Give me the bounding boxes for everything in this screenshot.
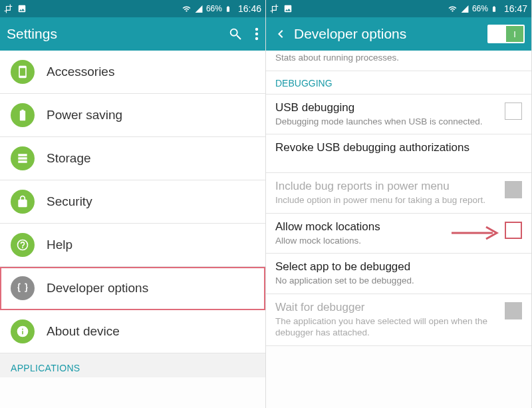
signal-icon: [194, 5, 203, 13]
dev-item-revoke-usb[interactable]: Revoke USB debugging authorizations: [266, 134, 531, 173]
settings-item-about-device[interactable]: About device: [0, 310, 265, 353]
settings-item-security[interactable]: Security: [0, 180, 265, 224]
settings-item-label: Security: [47, 194, 92, 209]
svg-point-0: [255, 28, 258, 31]
section-header-applications: APPLICATIONS: [0, 353, 265, 377]
image-icon: [283, 4, 293, 13]
settings-item-storage[interactable]: Storage: [0, 137, 265, 180]
section-header-debugging: DEBUGGING: [266, 71, 531, 95]
dev-item-title: Revoke USB debugging authorizations: [275, 141, 522, 154]
dev-item-title: Select app to be debugged: [275, 260, 522, 274]
search-icon[interactable]: [228, 27, 243, 41]
lock-icon: [11, 190, 35, 214]
settings-item-developer-options[interactable]: Developer options: [0, 267, 265, 310]
dev-item-process-stats[interactable]: Stats about running processes.: [266, 51, 531, 71]
crop-icon: [4, 4, 13, 13]
more-icon[interactable]: [255, 27, 259, 41]
settings-item-label: About device: [47, 324, 120, 339]
checkbox: [505, 181, 522, 198]
page-title: Settings: [7, 26, 223, 42]
status-bar-left: 66% 16:46: [0, 0, 265, 17]
status-time: 16:46: [238, 3, 261, 14]
developer-appbar: Developer options I: [266, 17, 531, 51]
dev-item-sub: The application you have selected will o…: [275, 315, 499, 339]
svg-point-1: [255, 33, 258, 35]
battery-icon: [225, 4, 231, 14]
settings-screen: 66% 16:46 Settings Accessories Power sav…: [0, 0, 266, 408]
back-button[interactable]: [273, 26, 289, 42]
wifi-icon: [182, 5, 192, 13]
storage-icon: [11, 146, 35, 170]
battery-icon: [491, 4, 497, 14]
chevron-left-icon: [273, 26, 289, 42]
image-icon: [17, 4, 27, 13]
dev-item-sub: Debugging mode launches when USB is conn…: [275, 116, 499, 128]
battery-pct: 66%: [206, 4, 222, 13]
checkbox[interactable]: [505, 102, 522, 120]
svg-point-2: [255, 37, 258, 40]
dev-item-sub: Stats about running processes.: [275, 52, 522, 64]
wifi-icon: [448, 5, 458, 13]
help-icon: [11, 233, 35, 257]
dev-item-usb-debugging[interactable]: USB debugging Debugging mode launches wh…: [266, 95, 531, 135]
page-title: Developer options: [294, 26, 482, 42]
signal-icon: [460, 5, 469, 13]
settings-item-power-saving[interactable]: Power saving: [0, 94, 265, 137]
settings-item-label: Storage: [47, 151, 91, 166]
dev-item-wait-debugger: Wait for debugger The application you ha…: [266, 294, 531, 346]
dev-item-title: Wait for debugger: [275, 301, 499, 314]
status-time: 16:47: [504, 3, 527, 14]
developer-options-screen: 66% 16:47 Developer options I Stats abou…: [266, 0, 532, 408]
accessories-icon: [11, 60, 35, 84]
arrow-right-icon: [450, 225, 502, 241]
toggle-on-indicator: I: [506, 26, 523, 42]
crop-icon: [270, 4, 279, 13]
dev-item-sub: No application set to be debugged.: [275, 275, 522, 287]
dev-item-title: USB debugging: [275, 101, 499, 114]
checkbox: [505, 302, 522, 319]
settings-item-help[interactable]: Help: [0, 224, 265, 267]
developer-list: Stats about running processes. DEBUGGING…: [266, 51, 531, 408]
braces-icon: [11, 276, 35, 300]
settings-item-accessories[interactable]: Accessories: [0, 51, 265, 94]
dev-item-title: Include bug reports in power menu: [275, 180, 499, 193]
checkbox[interactable]: [505, 222, 522, 239]
dev-item-select-app[interactable]: Select app to be debugged No application…: [266, 254, 531, 294]
settings-appbar: Settings: [0, 17, 265, 51]
dev-item-bug-reports: Include bug reports in power menu Includ…: [266, 173, 531, 214]
battery-icon: [11, 103, 35, 127]
dev-item-allow-mock-locations[interactable]: Allow mock locations Allow mock location…: [266, 214, 531, 254]
status-bar-right: 66% 16:47: [266, 0, 531, 17]
settings-item-label: Help: [47, 238, 72, 252]
info-icon: [11, 319, 35, 343]
settings-item-label: Power saving: [47, 108, 122, 122]
settings-item-label: Developer options: [47, 281, 148, 296]
battery-pct: 66%: [472, 4, 488, 13]
settings-item-label: Accessories: [47, 65, 114, 79]
master-toggle[interactable]: I: [487, 25, 525, 43]
dev-item-sub: Include option in power menu for taking …: [275, 194, 499, 206]
settings-list: Accessories Power saving Storage Securit…: [0, 51, 265, 408]
